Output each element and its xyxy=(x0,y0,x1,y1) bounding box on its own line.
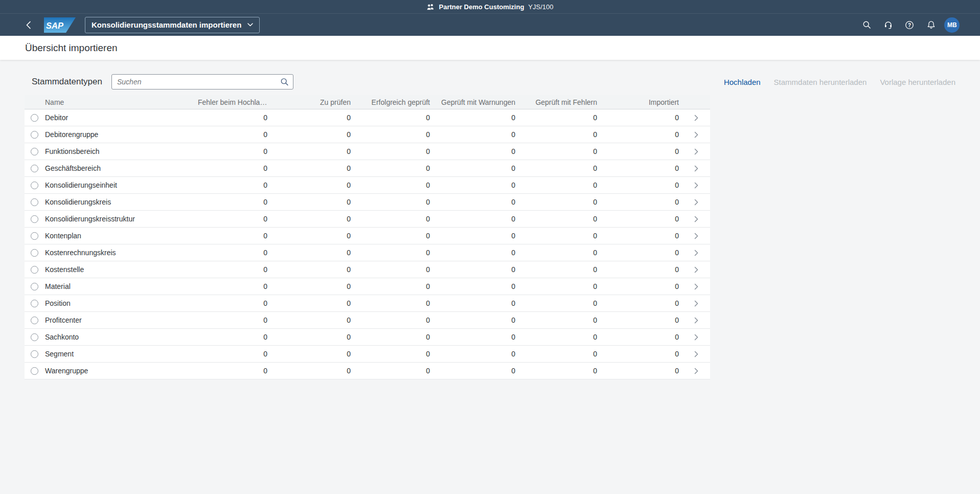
row-value: 0 xyxy=(433,130,518,139)
row-navigation-chevron-icon[interactable] xyxy=(682,148,710,155)
row-navigation-chevron-icon[interactable] xyxy=(682,131,710,138)
row-value: 0 xyxy=(270,249,354,257)
help-button[interactable]: ? xyxy=(901,17,918,33)
row-navigation-chevron-icon[interactable] xyxy=(682,283,710,290)
table-row[interactable]: Kontenplan 0 0 0 0 0 0 xyxy=(25,228,710,244)
app-title-menu[interactable]: Konsolidierungsstammdaten importieren xyxy=(85,17,260,33)
row-value: 0 xyxy=(518,232,600,240)
table-row[interactable]: Geschäftsbereich 0 0 0 0 0 0 xyxy=(25,160,710,177)
row-radio-button[interactable] xyxy=(31,283,38,290)
row-radio-button[interactable] xyxy=(31,198,38,206)
row-value: 0 xyxy=(600,249,682,257)
chevron-down-icon xyxy=(247,23,253,27)
toolbar-actions: Hochladen Stammdaten herunterladen Vorla… xyxy=(724,78,955,86)
table-row[interactable]: Sachkonto 0 0 0 0 0 0 xyxy=(25,329,710,346)
row-radio-button[interactable] xyxy=(31,215,38,223)
row-value: 0 xyxy=(433,249,518,257)
content-area: Stammdatentypen Hochladen Stammdaten her… xyxy=(0,60,980,494)
row-radio-button[interactable] xyxy=(31,114,38,122)
row-navigation-chevron-icon[interactable] xyxy=(682,199,710,206)
row-value: 0 xyxy=(270,164,354,172)
user-avatar[interactable]: MB xyxy=(944,17,960,33)
row-radio-button[interactable] xyxy=(31,148,38,155)
table-row[interactable]: Kostenrechnungskreis 0 0 0 0 0 0 xyxy=(25,244,710,261)
row-navigation-chevron-icon[interactable] xyxy=(682,233,710,239)
row-radio-button[interactable] xyxy=(31,165,38,172)
row-value: 0 xyxy=(198,265,270,274)
row-navigation-chevron-icon[interactable] xyxy=(682,115,710,121)
row-name: Funktionsbereich xyxy=(44,147,198,155)
row-value: 0 xyxy=(198,181,270,189)
toolbar-action-button: Stammdaten herunterladen xyxy=(774,78,867,86)
back-button[interactable] xyxy=(20,17,37,33)
row-value: 0 xyxy=(433,316,518,324)
row-selection-cell xyxy=(25,249,44,257)
notifications-button[interactable] xyxy=(923,17,939,33)
search-button[interactable] xyxy=(858,17,875,33)
row-navigation-chevron-icon[interactable] xyxy=(682,351,710,357)
row-value: 0 xyxy=(354,164,433,172)
row-name: Material xyxy=(44,282,198,290)
row-navigation-chevron-icon[interactable] xyxy=(682,300,710,307)
row-radio-button[interactable] xyxy=(31,300,38,307)
row-value: 0 xyxy=(518,367,600,375)
row-value: 0 xyxy=(198,282,270,290)
table-row[interactable]: Segment 0 0 0 0 0 0 xyxy=(25,346,710,363)
sap-logo: SAP xyxy=(44,17,76,33)
row-value: 0 xyxy=(270,299,354,307)
table-row[interactable]: Profitcenter 0 0 0 0 0 0 xyxy=(25,312,710,329)
row-value: 0 xyxy=(198,316,270,324)
row-radio-button[interactable] xyxy=(31,182,38,189)
row-navigation-chevron-icon[interactable] xyxy=(682,216,710,222)
row-radio-button[interactable] xyxy=(31,232,38,240)
column-header: Geprüft mit Warnungen xyxy=(433,98,518,106)
row-value: 0 xyxy=(270,367,354,375)
row-value: 0 xyxy=(600,367,682,375)
shell-header: SAP Konsolidierungsstammdaten importiere… xyxy=(0,14,980,36)
row-radio-button[interactable] xyxy=(31,317,38,324)
row-value: 0 xyxy=(433,215,518,223)
table-row[interactable]: Konsolidierungskreisstruktur 0 0 0 0 0 0 xyxy=(25,211,710,228)
row-radio-button[interactable] xyxy=(31,266,38,274)
row-value: 0 xyxy=(354,350,433,358)
row-name: Konsolidierungskreisstruktur xyxy=(44,215,198,223)
row-navigation-chevron-icon[interactable] xyxy=(682,266,710,273)
row-radio-button[interactable] xyxy=(31,333,38,341)
row-value: 0 xyxy=(354,215,433,223)
row-radio-button[interactable] xyxy=(31,249,38,257)
row-value: 0 xyxy=(433,265,518,274)
table-row[interactable]: Funktionsbereich 0 0 0 0 0 0 xyxy=(25,143,710,160)
search-input[interactable] xyxy=(111,74,293,89)
row-selection-cell xyxy=(25,131,44,139)
row-selection-cell xyxy=(25,114,44,122)
column-header: Fehler beim Hochladen xyxy=(198,98,270,106)
row-navigation-chevron-icon[interactable] xyxy=(682,334,710,341)
row-navigation-chevron-icon[interactable] xyxy=(682,182,710,189)
row-navigation-chevron-icon[interactable] xyxy=(682,317,710,324)
row-radio-button[interactable] xyxy=(31,350,38,358)
row-name: Debitor xyxy=(44,114,198,122)
toolbar-action-button[interactable]: Hochladen xyxy=(724,78,761,86)
table-row[interactable]: Debitor 0 0 0 0 0 0 xyxy=(25,109,710,126)
table-row[interactable]: Debitorengruppe 0 0 0 0 0 0 xyxy=(25,126,710,143)
row-radio-button[interactable] xyxy=(31,367,38,375)
table-row[interactable]: Warengruppe 0 0 0 0 0 0 xyxy=(25,363,710,379)
row-value: 0 xyxy=(518,299,600,307)
row-value: 0 xyxy=(354,316,433,324)
table-row[interactable]: Material 0 0 0 0 0 0 xyxy=(25,278,710,295)
row-value: 0 xyxy=(198,232,270,240)
row-navigation-chevron-icon[interactable] xyxy=(682,250,710,256)
table-row[interactable]: Position 0 0 0 0 0 0 xyxy=(25,295,710,312)
row-name: Kontenplan xyxy=(44,232,198,240)
row-navigation-chevron-icon[interactable] xyxy=(682,165,710,172)
search-icon xyxy=(862,20,871,29)
table-row[interactable]: Kostenstelle 0 0 0 0 0 0 xyxy=(25,261,710,278)
support-button[interactable] xyxy=(880,17,896,33)
row-selection-cell xyxy=(25,367,44,375)
table-row[interactable]: Konsolidierungskreis 0 0 0 0 0 0 xyxy=(25,194,710,211)
row-name: Konsolidierungskreis xyxy=(44,198,198,206)
row-navigation-chevron-icon[interactable] xyxy=(682,368,710,374)
row-radio-button[interactable] xyxy=(31,131,38,139)
row-name: Profitcenter xyxy=(44,316,198,324)
table-row[interactable]: Konsolidierungseinheit 0 0 0 0 0 0 xyxy=(25,177,710,194)
